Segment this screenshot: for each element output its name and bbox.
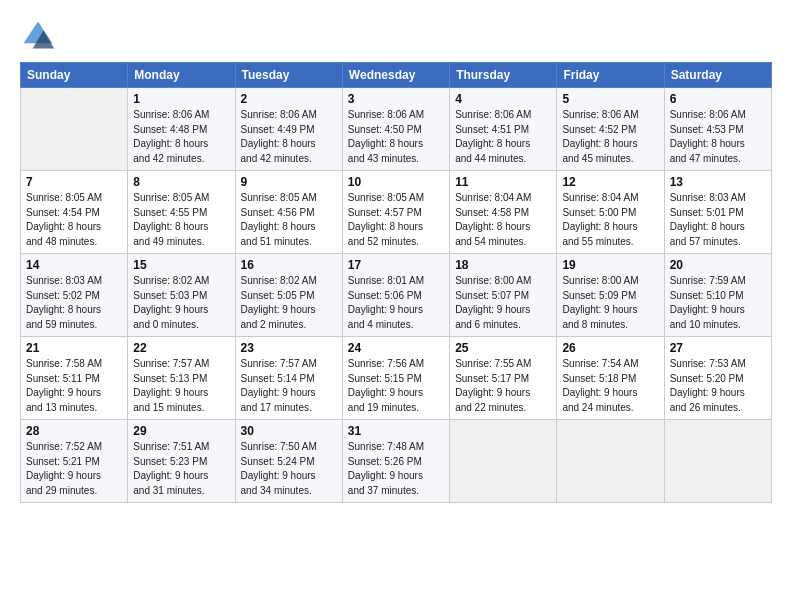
day-number: 19 <box>562 258 658 272</box>
day-number: 14 <box>26 258 122 272</box>
day-info: Sunrise: 7:48 AMSunset: 5:26 PMDaylight:… <box>348 440 444 498</box>
calendar-cell: 9Sunrise: 8:05 AMSunset: 4:56 PMDaylight… <box>235 171 342 254</box>
day-number: 13 <box>670 175 766 189</box>
day-info: Sunrise: 7:56 AMSunset: 5:15 PMDaylight:… <box>348 357 444 415</box>
day-info: Sunrise: 8:05 AMSunset: 4:56 PMDaylight:… <box>241 191 337 249</box>
calendar-cell <box>450 420 557 503</box>
day-number: 12 <box>562 175 658 189</box>
dow-header-tuesday: Tuesday <box>235 63 342 88</box>
week-row-4: 21Sunrise: 7:58 AMSunset: 5:11 PMDayligh… <box>21 337 772 420</box>
day-number: 26 <box>562 341 658 355</box>
calendar-cell: 12Sunrise: 8:04 AMSunset: 5:00 PMDayligh… <box>557 171 664 254</box>
day-number: 31 <box>348 424 444 438</box>
calendar-body: 1Sunrise: 8:06 AMSunset: 4:48 PMDaylight… <box>21 88 772 503</box>
day-info: Sunrise: 8:01 AMSunset: 5:06 PMDaylight:… <box>348 274 444 332</box>
day-info: Sunrise: 8:05 AMSunset: 4:57 PMDaylight:… <box>348 191 444 249</box>
day-info: Sunrise: 8:03 AMSunset: 5:02 PMDaylight:… <box>26 274 122 332</box>
day-info: Sunrise: 8:05 AMSunset: 4:54 PMDaylight:… <box>26 191 122 249</box>
calendar-cell: 4Sunrise: 8:06 AMSunset: 4:51 PMDaylight… <box>450 88 557 171</box>
logo-icon <box>20 18 56 54</box>
calendar-cell: 25Sunrise: 7:55 AMSunset: 5:17 PMDayligh… <box>450 337 557 420</box>
calendar-cell: 10Sunrise: 8:05 AMSunset: 4:57 PMDayligh… <box>342 171 449 254</box>
day-info: Sunrise: 8:06 AMSunset: 4:49 PMDaylight:… <box>241 108 337 166</box>
day-number: 20 <box>670 258 766 272</box>
day-number: 4 <box>455 92 551 106</box>
day-number: 23 <box>241 341 337 355</box>
calendar-cell: 14Sunrise: 8:03 AMSunset: 5:02 PMDayligh… <box>21 254 128 337</box>
calendar-cell: 1Sunrise: 8:06 AMSunset: 4:48 PMDaylight… <box>128 88 235 171</box>
day-number: 16 <box>241 258 337 272</box>
calendar-cell: 15Sunrise: 8:02 AMSunset: 5:03 PMDayligh… <box>128 254 235 337</box>
day-number: 10 <box>348 175 444 189</box>
day-info: Sunrise: 8:00 AMSunset: 5:07 PMDaylight:… <box>455 274 551 332</box>
calendar-cell: 30Sunrise: 7:50 AMSunset: 5:24 PMDayligh… <box>235 420 342 503</box>
calendar-cell: 22Sunrise: 7:57 AMSunset: 5:13 PMDayligh… <box>128 337 235 420</box>
day-number: 30 <box>241 424 337 438</box>
week-row-3: 14Sunrise: 8:03 AMSunset: 5:02 PMDayligh… <box>21 254 772 337</box>
calendar-cell: 16Sunrise: 8:02 AMSunset: 5:05 PMDayligh… <box>235 254 342 337</box>
logo <box>20 18 60 54</box>
calendar-cell: 19Sunrise: 8:00 AMSunset: 5:09 PMDayligh… <box>557 254 664 337</box>
day-info: Sunrise: 8:04 AMSunset: 5:00 PMDaylight:… <box>562 191 658 249</box>
calendar-cell: 2Sunrise: 8:06 AMSunset: 4:49 PMDaylight… <box>235 88 342 171</box>
day-info: Sunrise: 7:57 AMSunset: 5:13 PMDaylight:… <box>133 357 229 415</box>
calendar-cell: 29Sunrise: 7:51 AMSunset: 5:23 PMDayligh… <box>128 420 235 503</box>
calendar-cell: 8Sunrise: 8:05 AMSunset: 4:55 PMDaylight… <box>128 171 235 254</box>
day-number: 27 <box>670 341 766 355</box>
calendar-cell: 5Sunrise: 8:06 AMSunset: 4:52 PMDaylight… <box>557 88 664 171</box>
calendar-cell <box>664 420 771 503</box>
week-row-5: 28Sunrise: 7:52 AMSunset: 5:21 PMDayligh… <box>21 420 772 503</box>
day-number: 17 <box>348 258 444 272</box>
day-number: 8 <box>133 175 229 189</box>
day-number: 24 <box>348 341 444 355</box>
dow-header-friday: Friday <box>557 63 664 88</box>
day-info: Sunrise: 7:53 AMSunset: 5:20 PMDaylight:… <box>670 357 766 415</box>
day-info: Sunrise: 8:00 AMSunset: 5:09 PMDaylight:… <box>562 274 658 332</box>
day-info: Sunrise: 8:06 AMSunset: 4:53 PMDaylight:… <box>670 108 766 166</box>
day-info: Sunrise: 8:03 AMSunset: 5:01 PMDaylight:… <box>670 191 766 249</box>
day-number: 22 <box>133 341 229 355</box>
calendar-cell: 23Sunrise: 7:57 AMSunset: 5:14 PMDayligh… <box>235 337 342 420</box>
day-info: Sunrise: 8:02 AMSunset: 5:03 PMDaylight:… <box>133 274 229 332</box>
day-number: 6 <box>670 92 766 106</box>
calendar-cell: 3Sunrise: 8:06 AMSunset: 4:50 PMDaylight… <box>342 88 449 171</box>
calendar-cell: 28Sunrise: 7:52 AMSunset: 5:21 PMDayligh… <box>21 420 128 503</box>
day-number: 18 <box>455 258 551 272</box>
day-number: 15 <box>133 258 229 272</box>
day-info: Sunrise: 8:02 AMSunset: 5:05 PMDaylight:… <box>241 274 337 332</box>
day-number: 11 <box>455 175 551 189</box>
dow-header-monday: Monday <box>128 63 235 88</box>
days-of-week-row: SundayMondayTuesdayWednesdayThursdayFrid… <box>21 63 772 88</box>
calendar-table: SundayMondayTuesdayWednesdayThursdayFrid… <box>20 62 772 503</box>
calendar-cell: 24Sunrise: 7:56 AMSunset: 5:15 PMDayligh… <box>342 337 449 420</box>
day-number: 21 <box>26 341 122 355</box>
dow-header-thursday: Thursday <box>450 63 557 88</box>
calendar-cell: 26Sunrise: 7:54 AMSunset: 5:18 PMDayligh… <box>557 337 664 420</box>
calendar-cell: 18Sunrise: 8:00 AMSunset: 5:07 PMDayligh… <box>450 254 557 337</box>
dow-header-sunday: Sunday <box>21 63 128 88</box>
day-info: Sunrise: 8:04 AMSunset: 4:58 PMDaylight:… <box>455 191 551 249</box>
header <box>20 18 772 54</box>
day-number: 28 <box>26 424 122 438</box>
calendar-cell: 20Sunrise: 7:59 AMSunset: 5:10 PMDayligh… <box>664 254 771 337</box>
day-info: Sunrise: 7:50 AMSunset: 5:24 PMDaylight:… <box>241 440 337 498</box>
calendar-cell: 17Sunrise: 8:01 AMSunset: 5:06 PMDayligh… <box>342 254 449 337</box>
day-info: Sunrise: 7:51 AMSunset: 5:23 PMDaylight:… <box>133 440 229 498</box>
day-number: 3 <box>348 92 444 106</box>
day-number: 25 <box>455 341 551 355</box>
day-number: 7 <box>26 175 122 189</box>
calendar-cell <box>21 88 128 171</box>
calendar-cell: 6Sunrise: 8:06 AMSunset: 4:53 PMDaylight… <box>664 88 771 171</box>
page: SundayMondayTuesdayWednesdayThursdayFrid… <box>0 0 792 513</box>
day-number: 1 <box>133 92 229 106</box>
calendar-cell: 31Sunrise: 7:48 AMSunset: 5:26 PMDayligh… <box>342 420 449 503</box>
day-info: Sunrise: 8:06 AMSunset: 4:51 PMDaylight:… <box>455 108 551 166</box>
day-info: Sunrise: 7:55 AMSunset: 5:17 PMDaylight:… <box>455 357 551 415</box>
calendar-cell <box>557 420 664 503</box>
day-number: 29 <box>133 424 229 438</box>
day-number: 5 <box>562 92 658 106</box>
day-info: Sunrise: 7:52 AMSunset: 5:21 PMDaylight:… <box>26 440 122 498</box>
day-info: Sunrise: 8:06 AMSunset: 4:52 PMDaylight:… <box>562 108 658 166</box>
calendar-cell: 7Sunrise: 8:05 AMSunset: 4:54 PMDaylight… <box>21 171 128 254</box>
day-info: Sunrise: 8:06 AMSunset: 4:50 PMDaylight:… <box>348 108 444 166</box>
